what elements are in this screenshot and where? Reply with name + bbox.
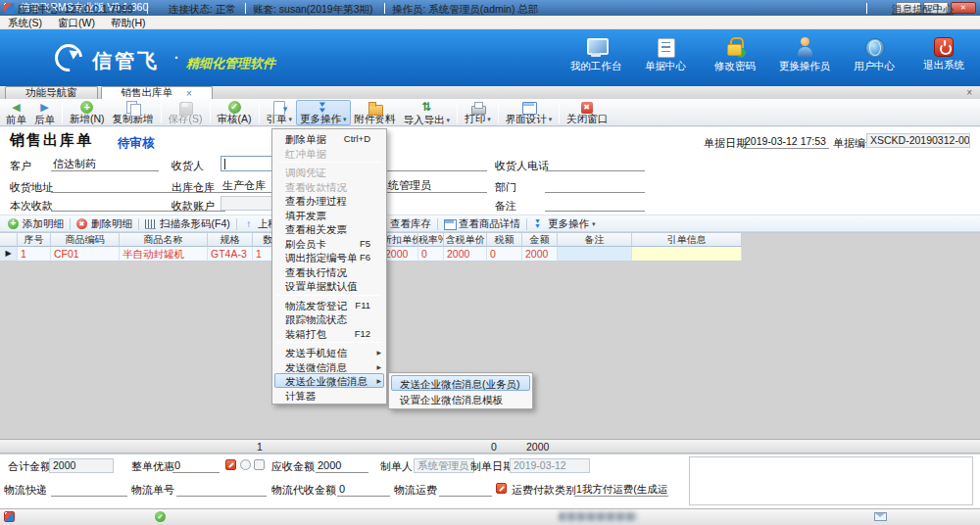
grid-cell[interactable]: 1 [18,247,51,262]
consignee-phone-field[interactable] [545,157,645,171]
discount-edit-icon[interactable] [225,459,236,470]
menu-item[interactable]: 计算器 [274,388,384,403]
tab-function-navigation[interactable]: 功能导航窗 [5,86,98,99]
detail-button-more-lite[interactable]: 更多操作▾ [529,217,600,231]
grid-header-cell[interactable]: 引单信息 [632,233,742,247]
grid-header-cell[interactable]: 商品名称 [120,233,208,247]
submenu-item[interactable]: 设置企业微信消息模板 [391,391,530,406]
banner-action-switch-user[interactable]: 更换操作员 [776,36,833,73]
toolbar-button-copy[interactable]: 复制新增 [109,100,158,125]
grid-header-cell[interactable]: 含税单价 [444,233,487,247]
detail-button-delete-row[interactable]: 删除明细 [73,217,136,231]
grid-cell[interactable]: 0 [418,247,444,262]
toolbar-button-more-actions[interactable]: 更多操作▾ [296,100,351,125]
toolbar-button-import-export[interactable]: 导入导出▾ [400,100,455,125]
detail-button-text[interactable]: 查看库存 [386,217,435,231]
remark-field[interactable] [545,197,645,212]
menu-item-label: 查看执行情况 [285,265,370,278]
cod-amount-field[interactable]: 0 [337,482,390,497]
express-field[interactable] [51,482,127,497]
menu-item[interactable]: 装箱打包F12 [274,326,384,341]
detail-button-product-detail[interactable]: 查看商品详情 [440,217,524,231]
tab-close-icon[interactable]: × [186,88,192,99]
banner-action-password[interactable]: 修改密码 [707,36,763,73]
prev-doc-icon [9,100,24,114]
submenu-item[interactable]: 发送企业微信消息(业务员) [391,375,530,391]
waybill-field[interactable] [176,482,267,497]
summary-cell [558,440,632,454]
grid-cell[interactable]: CF01 [51,247,120,262]
tab-sales-outbound-order[interactable]: 销售出库单× [101,86,213,99]
message-center-link[interactable]: 消息提醒中心 [892,3,954,17]
menu-item[interactable]: 发送微信消息▶ [274,359,384,374]
menu-item[interactable]: 调出指定编号单据F6 [274,250,384,264]
toolbar-button-next-doc[interactable]: 后单 [30,100,59,125]
menu-item[interactable]: 物流发货登记F11 [274,298,384,312]
order-date-field[interactable]: 2019-03-12 17:53 [743,134,829,149]
banner-action-exit[interactable]: 退出系统 [915,36,972,73]
banner-action-document-center[interactable]: 单据中心 [637,36,694,73]
toolbar-button-ui-design[interactable]: 界面设计▾ [502,100,557,125]
discount-field[interactable]: 0 [172,458,220,473]
menu-item[interactable]: 设置单据默认值 [274,278,384,293]
message-icon [874,512,887,521]
menubar-item[interactable]: 帮助(H) [103,16,154,29]
toolbar-button-attachment[interactable]: 附件资料 [351,100,400,125]
grid-cell[interactable]: GT4A-3 [208,247,253,262]
total-amount-label: 合计金额 [8,460,51,473]
grid-cell[interactable]: 2000 [522,247,558,262]
toolbar-button-audit[interactable]: 审核(A) [214,100,256,125]
notes-panel[interactable] [689,456,973,505]
grid-header-cell[interactable]: 金额 [522,233,558,247]
banner-action-user-center[interactable]: 用户中心 [846,36,903,73]
menu-item[interactable]: 发送手机短信▶ [274,345,384,359]
discount-percent-icon[interactable] [240,459,251,470]
grid-header-cell[interactable]: 规格 [208,233,253,247]
warehouse-label: 出库仓库 [172,181,215,194]
department-field[interactable] [545,178,645,193]
summary-cell [0,440,18,454]
receivable-field[interactable]: 2000 [316,458,368,473]
close-button[interactable] [951,2,976,14]
menu-item[interactable]: 查看执行情况 [274,264,384,279]
grid-cell[interactable]: 2000 [382,247,418,262]
detail-button-barcode[interactable]: 扫描条形码(F4) [141,217,234,231]
grid-cell[interactable]: 半自动封罐机 [120,247,208,262]
grid-header-cell[interactable]: 折扣单价 [382,233,418,247]
discount-clear-icon[interactable] [254,459,265,470]
grid-cell[interactable]: 0 [487,247,522,262]
make-date-field: 2019-03-12 [510,458,590,473]
grid-cell[interactable] [632,247,742,262]
summary-cell [208,440,253,454]
menu-item[interactable]: 跟踪物流状态 [274,311,384,326]
toolbar-button-prev-doc[interactable]: 前单 [2,100,30,125]
toolbar-button-text: 关闭窗口 [566,114,608,124]
toolbar-button-pull-doc[interactable]: 引单▾ [263,100,297,125]
grid-header-cell[interactable]: 税额 [487,233,522,247]
freight-type-field[interactable]: 1我方付运费(生成运 [574,482,668,497]
menu-item[interactable]: 填开发票 [274,208,384,222]
grid-header-cell[interactable]: 商品编码 [51,233,120,247]
banner-action-workbench[interactable]: 我的工作台 [567,36,624,73]
toolbar-button-close-window[interactable]: 关闭窗口 [563,100,612,125]
grid-header-cell[interactable]: 备注 [558,233,632,247]
toolbar-button-print[interactable]: 打印▾ [461,100,495,125]
customer-field[interactable]: 信达制药 [51,157,159,171]
toolbar-separator [559,102,560,123]
menu-item[interactable]: 发送企业微信消息▶ [274,373,384,388]
menubar-item[interactable]: 窗口(W) [50,16,103,29]
tabbar-close-icon[interactable]: × [966,86,972,99]
freight-field[interactable] [439,482,492,497]
grid-cell[interactable] [558,247,632,262]
toolbar-button-add[interactable]: 新增(N) [66,100,109,125]
menubar-item[interactable]: 系统(S) [0,16,50,29]
grid-header-cell[interactable]: 序号 [18,233,51,247]
menu-item[interactable]: 删除单据Ctrl+D [274,131,384,146]
grid-header-cell[interactable]: 税率% [418,233,444,247]
freight-edit-icon[interactable] [496,483,507,494]
grid-cell[interactable]: 2000 [444,247,487,262]
menu-item[interactable]: 刷会员卡F5 [274,236,384,251]
detail-button-add-row[interactable]: 添加明细 [4,217,68,231]
menu-item[interactable]: 查看相关发票 [274,221,384,236]
menu-item[interactable]: 查看办理过程 [274,193,384,208]
